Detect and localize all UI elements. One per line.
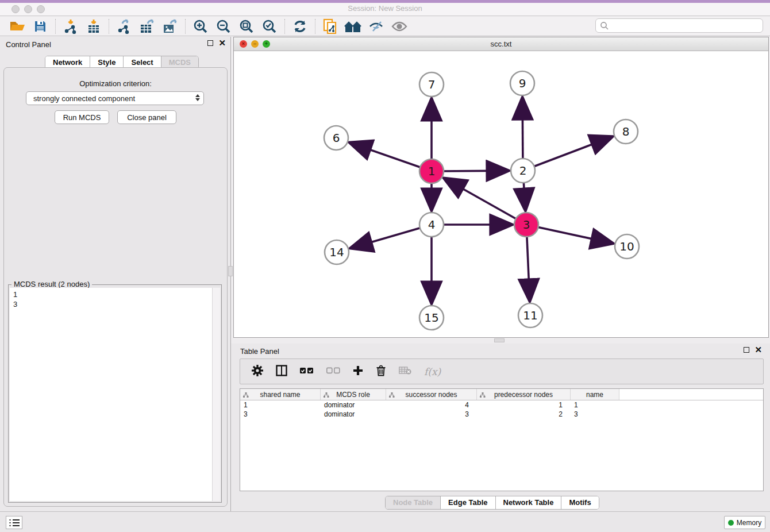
save-session-icon[interactable] (29, 18, 52, 35)
graph-node[interactable]: 14 (325, 240, 349, 264)
mcds-result-group: MCDS result (2 nodes) 13 (8, 284, 222, 503)
svg-text:6: 6 (333, 131, 340, 145)
criterion-select[interactable]: strongly connected component (26, 91, 204, 105)
graph-node[interactable]: 15 (419, 306, 444, 330)
split-pane-icon[interactable] (276, 365, 287, 378)
table-cell: 2 (477, 410, 571, 419)
first-neighbors-icon[interactable] (342, 18, 365, 35)
deselect-all-icon[interactable] (326, 367, 340, 376)
table-panel: Table Panel ✕ (231, 344, 770, 511)
svg-text:9: 9 (519, 76, 526, 90)
table-cell: 3 (386, 410, 477, 419)
table-cell: 1 (240, 400, 321, 410)
graph-node[interactable]: 10 (615, 234, 639, 259)
open-session-icon[interactable] (6, 18, 29, 35)
column-header-label: MCDS role (336, 391, 370, 399)
table-row[interactable]: 1dominator411 (240, 400, 763, 410)
close-panel-icon[interactable]: ✕ (218, 40, 226, 46)
mcds-result-scrollbar[interactable] (212, 288, 220, 501)
tab-motifs[interactable]: Motifs (561, 496, 598, 509)
export-table-icon[interactable] (136, 18, 159, 35)
title-bar: Session: New Session (0, 0, 770, 16)
optimization-criterion-label: Optimization criterion: (4, 79, 227, 88)
svg-text:14: 14 (329, 245, 344, 259)
node-table-body: 1dominator4113dominator323 (240, 400, 763, 419)
table-row[interactable]: 3dominator323 (240, 410, 763, 419)
mcds-result-line: 3 (13, 299, 211, 309)
zoom-fit-icon[interactable] (235, 18, 258, 35)
import-table-icon[interactable] (82, 18, 105, 35)
task-history-button[interactable] (6, 516, 22, 529)
window-accent-strip (0, 0, 770, 3)
svg-text:10: 10 (619, 240, 634, 253)
new-network-from-selection-icon[interactable] (319, 18, 342, 35)
zoom-out-icon[interactable] (212, 18, 235, 35)
graph-edge[interactable] (523, 137, 613, 171)
column-header[interactable]: predecessor nodes (477, 389, 571, 400)
delete-table-icon[interactable] (399, 366, 411, 377)
memory-button[interactable]: Memory (724, 516, 765, 529)
node-table[interactable]: shared nameMCDS rolesuccessor nodesprede… (240, 388, 764, 491)
graph-node[interactable]: 9 (510, 71, 534, 95)
select-all-icon[interactable] (300, 367, 314, 376)
mcds-result-text[interactable]: 13 (10, 288, 212, 501)
graph-edge[interactable] (350, 142, 432, 171)
graph-node[interactable]: 6 (324, 126, 348, 150)
toolbar-separator (284, 19, 285, 34)
export-network-icon[interactable] (113, 18, 136, 35)
list-icon (9, 519, 20, 527)
vertical-splitter-handle[interactable] (228, 266, 233, 276)
zoom-in-icon[interactable] (189, 18, 212, 35)
column-header[interactable]: MCDS role (321, 389, 386, 400)
svg-text:7: 7 (428, 78, 436, 91)
close-table-panel-icon[interactable]: ✕ (754, 347, 762, 353)
float-panel-icon[interactable] (207, 40, 213, 46)
export-image-icon[interactable] (159, 18, 182, 35)
gear-icon[interactable] (252, 365, 263, 378)
tab-node-table[interactable]: Node Table (386, 496, 441, 509)
apply-layout-icon[interactable] (288, 18, 311, 35)
column-header-label: shared name (260, 391, 300, 399)
network-window-titlebar[interactable]: × – + scc.txt (234, 37, 768, 51)
search-input[interactable] (595, 18, 763, 33)
graph-node[interactable]: 11 (518, 303, 542, 327)
graph-node[interactable]: 7 (419, 72, 444, 97)
table-cell: dominator (321, 400, 386, 410)
graph-node[interactable]: 2 (511, 159, 535, 183)
tab-edge-table[interactable]: Edge Table (441, 496, 495, 509)
tab-network-table[interactable]: Network Table (496, 496, 562, 509)
window-title: Session: New Session (0, 4, 770, 13)
search-icon (600, 21, 609, 30)
mcds-result-line: 1 (13, 290, 211, 299)
show-all-icon[interactable] (388, 18, 411, 35)
close-panel-button[interactable]: Close panel (117, 110, 176, 124)
svg-text:4: 4 (428, 218, 436, 232)
hierarchy-icon (324, 392, 329, 400)
column-header[interactable]: name (571, 389, 619, 400)
column-header-label: successor nodes (405, 391, 457, 399)
toolbar-separator (185, 19, 186, 34)
column-header[interactable]: successor nodes (386, 389, 477, 400)
graph-edge[interactable] (444, 178, 526, 225)
graph-node[interactable]: 3 (514, 213, 538, 237)
column-header[interactable]: shared name (240, 389, 321, 400)
zoom-selected-icon[interactable] (258, 18, 281, 35)
float-table-panel-icon[interactable] (744, 347, 749, 353)
control-panel-title: Control Panel (6, 40, 51, 49)
graph-node[interactable]: 1 (419, 159, 444, 183)
delete-icon[interactable] (376, 365, 386, 378)
toolbar-separator (109, 19, 109, 34)
graph-node[interactable]: 8 (614, 119, 638, 144)
hierarchy-icon (480, 392, 486, 400)
run-mcds-button[interactable]: Run MCDS (55, 110, 109, 124)
network-canvas-svg[interactable]: 7968124314101511 (234, 51, 768, 337)
svg-text:15: 15 (424, 311, 438, 325)
import-network-icon[interactable] (59, 18, 82, 35)
graph-node[interactable]: 4 (419, 213, 444, 237)
graph-edge[interactable] (526, 225, 613, 244)
table-toolbar: f(x) (240, 358, 764, 384)
add-column-icon[interactable] (353, 365, 363, 377)
application-window: Session: New Session (0, 0, 770, 532)
horizontal-splitter-handle[interactable] (494, 338, 505, 342)
hide-selected-icon[interactable] (365, 18, 388, 35)
